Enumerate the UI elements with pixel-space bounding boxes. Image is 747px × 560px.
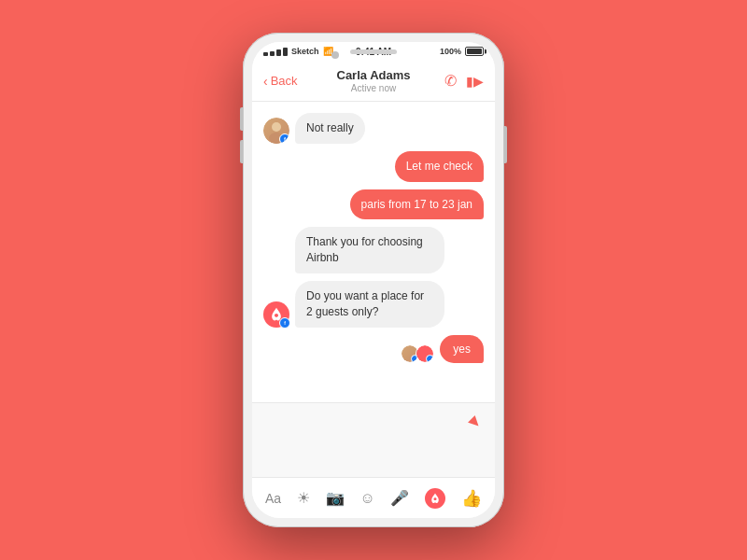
send-button[interactable]: ► <box>462 410 487 435</box>
battery-fill <box>467 49 482 54</box>
svg-point-0 <box>272 122 281 132</box>
video-call-icon[interactable]: ▮▶ <box>466 74 484 89</box>
bubble-incoming-1: Not really <box>295 113 365 144</box>
signal-dot-2 <box>270 51 275 56</box>
battery-pct: 100% <box>440 47 461 56</box>
like-icon[interactable]: 👍 <box>461 488 482 509</box>
bubble-outgoing-yes: yes <box>440 335 484 364</box>
bubble-incoming-4: Thank you for choosing Airbnb <box>295 227 444 273</box>
signal-dot-3 <box>276 49 281 56</box>
message-text-6: yes <box>453 343 471 356</box>
airbnb-toolbar-icon <box>429 492 442 505</box>
bubble-outgoing-3: paris from 17 to 23 jan <box>350 189 484 220</box>
outgoing-yes-group: yes <box>440 335 484 364</box>
message-row-2: Let me check <box>263 151 484 182</box>
nav-actions: ✆ ▮▶ <box>444 72 484 90</box>
earpiece-speaker <box>350 49 397 54</box>
facebook-badge: f <box>279 133 289 144</box>
message-text-3: paris from 17 to 23 jan <box>361 198 472 211</box>
message-row-6: yes <box>263 335 484 364</box>
phone-frame: Sketch 📶 9:41 AM 100% ‹ Back Carla Adams… <box>243 33 504 527</box>
camera-icon[interactable]: ☀ <box>297 489 310 507</box>
airbnb-avatar: f <box>263 301 289 328</box>
message-text-1: Not really <box>306 121 354 134</box>
contact-status: Active now <box>337 83 411 93</box>
read-avatar-badge-2 <box>426 355 434 363</box>
message-row-3: paris from 17 to 23 jan <box>263 189 484 220</box>
messages-area: f Not really Let me check paris from 17 … <box>252 102 495 402</box>
back-chevron-icon: ‹ <box>263 74 268 89</box>
send-area: ► <box>263 413 484 432</box>
back-button[interactable]: ‹ Back <box>263 74 298 89</box>
volume-button-up <box>240 107 243 131</box>
mic-icon[interactable]: 🎤 <box>390 489 409 507</box>
carrier-label: Sketch <box>291 47 319 56</box>
signal-dot-4 <box>283 48 288 56</box>
signal-bars <box>263 48 288 56</box>
battery-icon <box>465 47 484 56</box>
contact-avatar-1: f <box>263 118 289 144</box>
phone-screen: Sketch 📶 9:41 AM 100% ‹ Back Carla Adams… <box>252 42 495 518</box>
nav-center: Carla Adams Active now <box>337 68 411 93</box>
status-right: 100% <box>440 47 484 56</box>
signal-dot-1 <box>263 52 268 56</box>
front-camera <box>331 51 339 59</box>
message-row-1: f Not really <box>263 113 484 144</box>
suggested-replies-area: ► <box>252 402 495 477</box>
photo-icon[interactable]: 📷 <box>326 489 345 507</box>
keyboard-aa-button[interactable]: Aa <box>265 491 281 506</box>
phone-call-icon[interactable]: ✆ <box>444 72 457 90</box>
back-label: Back <box>271 74 298 88</box>
message-text-4: Thank you for choosing Airbnb <box>306 235 423 264</box>
contact-name: Carla Adams <box>337 68 411 83</box>
read-avatar-2 <box>416 344 434 363</box>
message-row-4: Thank you for choosing Airbnb <box>263 227 484 273</box>
read-avatars <box>401 344 434 363</box>
volume-button-down <box>240 140 243 163</box>
power-button <box>504 126 507 163</box>
emoji-icon[interactable]: ☺ <box>359 490 374 507</box>
message-text-5: Do you want a place for 2 guests only? <box>306 289 424 318</box>
message-text-2: Let me check <box>406 160 472 173</box>
airbnb-icon[interactable] <box>425 488 445 509</box>
bottom-toolbar: Aa ☀ 📷 ☺ 🎤 👍 <box>252 477 495 518</box>
bubble-airbnb-bot: Do you want a place for 2 guests only? <box>295 281 444 328</box>
nav-bar: ‹ Back Carla Adams Active now ✆ ▮▶ <box>252 61 495 102</box>
message-row-5: f Do you want a place for 2 guests only? <box>263 281 484 328</box>
airbnb-fb-badge: f <box>279 317 290 329</box>
status-left: Sketch 📶 <box>263 47 333 56</box>
bubble-outgoing-2: Let me check <box>395 151 484 182</box>
